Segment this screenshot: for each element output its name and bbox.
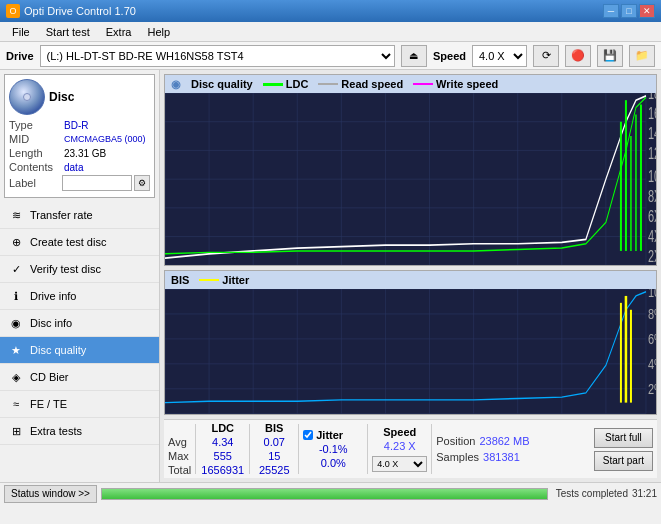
verify-test-disc-icon: ✓ — [8, 261, 24, 277]
cd-bier-icon: ◈ — [8, 369, 24, 385]
bis-max: 15 — [254, 450, 294, 462]
quality-chart-header: ◉ Disc quality LDC Read speed Write spee… — [165, 75, 656, 93]
svg-text:8X: 8X — [648, 188, 656, 205]
extra-tests-icon: ⊞ — [8, 423, 24, 439]
divider-2 — [249, 424, 250, 474]
speed-header: Speed — [372, 426, 427, 438]
jitter-checkbox[interactable] — [303, 430, 313, 440]
speed-select-stat[interactable]: 4.0 X — [372, 456, 427, 472]
quality-chart-title: Disc quality — [191, 78, 253, 90]
action-buttons: Start full Start part — [594, 428, 653, 471]
transfer-rate-label: Transfer rate — [30, 209, 93, 221]
cd-bier-label: CD Bier — [30, 371, 69, 383]
window-controls: ─ □ ✕ — [603, 4, 655, 18]
menubar: File Start test Extra Help — [0, 22, 661, 42]
menu-file[interactable]: File — [4, 24, 38, 40]
position-row: Position 23862 MB — [436, 435, 529, 447]
speed-stats: Speed 4.23 X 4.0 X — [372, 426, 427, 472]
content-area: ◉ Disc quality LDC Read speed Write spee… — [160, 70, 661, 482]
menu-help[interactable]: Help — [139, 24, 178, 40]
disc-quality-icon: ★ — [8, 342, 24, 358]
sidebar-item-extra-tests[interactable]: ⊞ Extra tests — [0, 418, 159, 445]
contents-label: Contents — [9, 161, 64, 173]
icon-btn-2[interactable]: 💾 — [597, 45, 623, 67]
minimize-button[interactable]: ─ — [603, 4, 619, 18]
total-label: Total — [168, 464, 191, 476]
sidebar-item-disc-quality[interactable]: ★ Disc quality — [0, 337, 159, 364]
fe-te-label: FE / TE — [30, 398, 67, 410]
label-button[interactable]: ⚙ — [134, 175, 150, 191]
status-text: Tests completed — [556, 488, 628, 499]
speed-select[interactable]: 4.0 X — [472, 45, 527, 67]
svg-text:2%: 2% — [648, 381, 656, 398]
sidebar: Disc Type BD-R MID CMCMAGBA5 (000) Lengt… — [0, 70, 160, 482]
progress-bar — [101, 488, 548, 500]
disc-label: Disc — [49, 90, 74, 104]
svg-text:18X: 18X — [648, 93, 656, 102]
ldc-total: 1656931 — [200, 464, 245, 476]
fe-te-icon: ≈ — [8, 396, 24, 412]
sidebar-item-drive-info[interactable]: ℹ Drive info — [0, 283, 159, 310]
quality-chart-icon: ◉ — [171, 78, 181, 91]
svg-text:10%: 10% — [648, 289, 656, 301]
bis-stats: BIS 0.07 15 25525 — [254, 422, 294, 476]
jitter-stats: Jitter -0.1% 0.0% — [303, 429, 363, 469]
icon-btn-1[interactable]: 🔴 — [565, 45, 591, 67]
label-input[interactable] — [62, 175, 132, 191]
divider-3 — [298, 424, 299, 474]
bis-chart-title: BIS — [171, 274, 189, 286]
read-speed-legend-label: Read speed — [341, 78, 403, 90]
bottombar: Status window >> Tests completed 31:21 — [0, 482, 661, 504]
position-stats: Position 23862 MB Samples 381381 — [436, 435, 529, 463]
disc-icon — [9, 79, 45, 115]
maximize-button[interactable]: □ — [621, 4, 637, 18]
bis-header: BIS — [254, 422, 294, 434]
label-label: Label — [9, 177, 62, 189]
avg-label: Avg — [168, 436, 191, 448]
menu-start-test[interactable]: Start test — [38, 24, 98, 40]
icon-btn-3[interactable]: 📁 — [629, 45, 655, 67]
quality-chart-panel: ◉ Disc quality LDC Read speed Write spee… — [164, 74, 657, 266]
drive-info-icon: ℹ — [8, 288, 24, 304]
svg-text:6%: 6% — [648, 331, 656, 348]
extra-tests-label: Extra tests — [30, 425, 82, 437]
speed-value: 4.23 X — [372, 440, 427, 452]
sidebar-item-disc-info[interactable]: ◉ Disc info — [0, 310, 159, 337]
svg-text:4%: 4% — [648, 356, 656, 373]
svg-text:6X: 6X — [648, 208, 656, 225]
drive-label: Drive — [6, 50, 34, 62]
sidebar-item-cd-bier[interactable]: ◈ CD Bier — [0, 364, 159, 391]
svg-text:12X: 12X — [648, 145, 656, 162]
close-button[interactable]: ✕ — [639, 4, 655, 18]
status-window-button[interactable]: Status window >> — [4, 485, 97, 503]
divider-5 — [431, 424, 432, 474]
sidebar-item-verify-test-disc[interactable]: ✓ Verify test disc — [0, 256, 159, 283]
max-label: Max — [168, 450, 191, 462]
create-test-disc-icon: ⊕ — [8, 234, 24, 250]
sidebar-item-fe-te[interactable]: ≈ FE / TE — [0, 391, 159, 418]
jitter-avg: -0.1% — [303, 443, 363, 455]
quality-chart-svg: 18X 16X 14X 12X 10X 8X 6X 4X 2X 600 500 … — [165, 93, 656, 265]
position-label: Position — [436, 435, 475, 447]
bis-chart-svg: 10% 8% 6% 4% 2% 20 15 10 5 — [165, 289, 656, 414]
eject-button[interactable]: ⏏ — [401, 45, 427, 67]
stats-labels: Avg Max Total — [168, 422, 191, 476]
start-full-button[interactable]: Start full — [594, 428, 653, 448]
type-value: BD-R — [64, 120, 88, 131]
menu-extra[interactable]: Extra — [98, 24, 140, 40]
app-title: Opti Drive Control 1.70 — [24, 5, 603, 17]
ldc-avg: 4.34 — [200, 436, 245, 448]
drive-select[interactable]: (L:) HL-DT-ST BD-RE WH16NS58 TST4 — [40, 45, 395, 67]
svg-text:8%: 8% — [648, 306, 656, 323]
sidebar-item-create-test-disc[interactable]: ⊕ Create test disc — [0, 229, 159, 256]
svg-text:10X: 10X — [648, 168, 656, 185]
refresh-button[interactable]: ⟳ — [533, 45, 559, 67]
speed-label: Speed — [433, 50, 466, 62]
ldc-header: LDC — [200, 422, 245, 434]
read-speed-legend: Read speed — [318, 78, 403, 90]
mid-label: MID — [9, 133, 64, 145]
sidebar-item-transfer-rate[interactable]: ≋ Transfer rate — [0, 202, 159, 229]
start-part-button[interactable]: Start part — [594, 451, 653, 471]
ldc-stats: LDC 4.34 555 1656931 — [200, 422, 245, 476]
disc-panel: Disc Type BD-R MID CMCMAGBA5 (000) Lengt… — [4, 74, 155, 198]
